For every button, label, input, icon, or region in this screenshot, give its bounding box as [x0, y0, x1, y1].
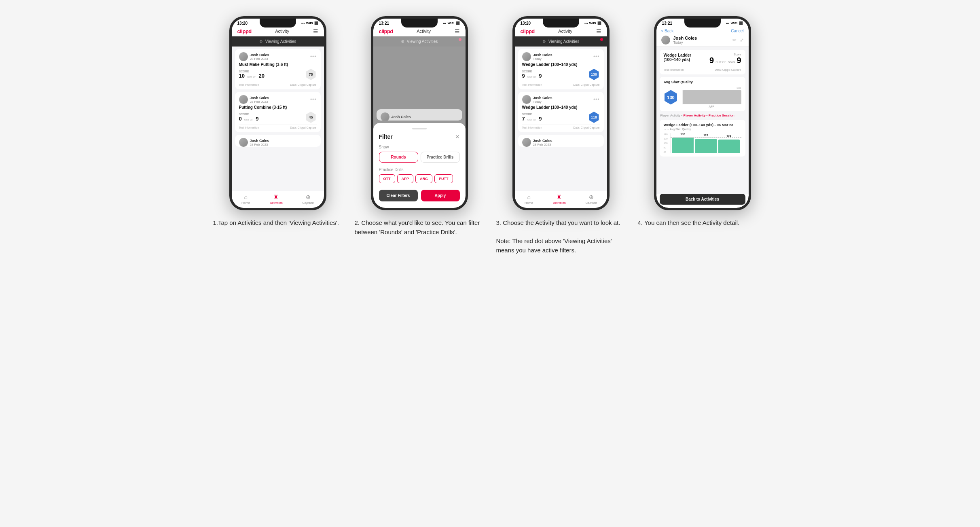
shots-value-1-2: 9 — [256, 116, 258, 122]
activities-list-1: Josh Coles 28 Feb 2023 ••• Must Make Put… — [232, 47, 324, 191]
battery-icon-3: ⬛ — [597, 21, 601, 25]
info-right-3-2: Data: Clippd Capture — [573, 126, 599, 129]
cancel-button-4[interactable]: Cancel — [731, 29, 743, 33]
filter-header-2: Filter ✕ — [379, 133, 460, 140]
score-label-1-1: Score — [239, 70, 265, 73]
filter-handle-2 — [412, 128, 427, 129]
info-left-3-2: Test Information — [522, 126, 542, 129]
caption-1: 1.Tap on Activities and then 'Viewing Ac… — [213, 218, 343, 255]
wifi-icon-2: WiFi — [448, 21, 455, 25]
nav-logo-3: clippd — [521, 28, 535, 34]
chart-label-1-4: 132 — [680, 133, 685, 135]
hamburger-icon-2[interactable]: ☰ — [455, 28, 460, 34]
user-name-3-2: Josh Coles — [533, 96, 552, 100]
shots-value-3-1: 9 — [539, 73, 542, 79]
filter-tab-practice-2[interactable]: Practice Drills — [421, 152, 460, 163]
avatar-3-1 — [522, 52, 531, 61]
outof-1-2: OUT OF — [244, 119, 254, 121]
nav-home-1[interactable]: ⌂ Home — [241, 194, 250, 205]
activity-card-1-2[interactable]: Josh Coles 28 Feb 2023 ••• Putting Combi… — [235, 92, 321, 132]
user-info-1-3: Josh Coles 28 Feb 2023 — [250, 139, 269, 146]
detail-card-title-4: Wedge Ladder(100–140 yds) — [664, 53, 707, 62]
more-options-1-2[interactable]: ••• — [310, 97, 317, 102]
nav-activities-1[interactable]: ♜ Activities — [270, 194, 283, 205]
caption-2: 2. Choose what you'd like to see. You ca… — [355, 218, 484, 255]
detail-action-icons-4: ✏ ⤢ — [732, 37, 744, 43]
edit-icon-4[interactable]: ✏ — [732, 37, 737, 43]
chart-bar-2-4: 129 — [695, 139, 717, 153]
activity-card-3-2[interactable]: Josh Coles Today ••• Wedge Ladder (100–1… — [518, 92, 604, 132]
score-value-1-2: 0 — [239, 116, 242, 122]
activity-card-1-3[interactable]: Josh Coles 28 Feb 2023 — [235, 135, 321, 147]
filter-tab-rounds-2[interactable]: Rounds — [379, 152, 418, 163]
activity-card-3-3[interactable]: Josh Coles 28 Feb 2023 — [518, 135, 604, 147]
hamburger-icon-3[interactable]: ☰ — [596, 28, 601, 34]
more-options-3-2[interactable]: ••• — [593, 97, 600, 102]
nav-home-3[interactable]: ⌂ Home — [525, 194, 533, 205]
avg-bar-4 — [683, 90, 741, 104]
drill-chips-2: OTT APP ARG PUTT — [379, 174, 460, 183]
avatar-1-2 — [239, 95, 248, 104]
nav-logo-1: clippd — [237, 28, 252, 34]
viewing-activities-text-2: Viewing Activities — [407, 39, 438, 44]
drill-chip-ott-2[interactable]: OTT — [379, 174, 395, 183]
chart-bar-1-4: 132 — [672, 138, 694, 153]
viewing-activities-bar-1[interactable]: ⚙ Viewing Activities — [232, 36, 324, 47]
more-options-3-1[interactable]: ••• — [593, 54, 600, 59]
shot-quality-1-1: 75 — [305, 69, 317, 80]
apply-button-2[interactable]: Apply — [421, 190, 460, 201]
filter-buttons-2: Clear Filters Apply — [379, 190, 460, 201]
more-options-1-1[interactable]: ••• — [310, 54, 317, 59]
shot-quality-3-1: 130 — [588, 69, 600, 80]
capture-icon-3: ⊕ — [589, 194, 594, 200]
nav-activities-3[interactable]: ♜ Activities — [553, 194, 566, 205]
drill-chip-app-2[interactable]: APP — [397, 174, 414, 183]
outof-3-1: OUT OF — [527, 76, 537, 78]
chart-bar-3-4: 124 — [718, 140, 740, 153]
back-to-activities-button-4[interactable]: Back to Activities — [660, 194, 745, 205]
avg-chart-max-4: 130 — [682, 87, 741, 89]
activities-label-3: Activities — [553, 201, 566, 205]
nav-title-2: Activity — [417, 29, 431, 34]
stats-row-1-2: Score 0 OUT OF 9 45 — [239, 112, 317, 123]
shot-quality-1-2: 45 — [305, 112, 317, 123]
viewing-activities-text-3: Viewing Activities — [548, 39, 580, 44]
activity-card-3-1[interactable]: Josh Coles Today ••• Wedge Ladder (100–1… — [518, 49, 604, 89]
phone-screen-1: 13:20 ▪▪▪ WiFi ⬛ clippd Activity ☰ ⚙ Vie… — [232, 19, 324, 208]
nav-bar-2: clippd Activity ☰ — [373, 26, 466, 36]
info-row-3-2: Test Information Data: Clippd Capture — [522, 125, 600, 129]
shots-col-label-4: Shots — [728, 61, 735, 63]
detail-user-info-4: Josh Coles Today — [673, 36, 697, 44]
status-icons-3: ▪▪▪ WiFi ⬛ — [584, 21, 601, 25]
captions-row: 1.Tap on Activities and then 'Viewing Ac… — [207, 218, 773, 255]
hamburger-icon-1[interactable]: ☰ — [313, 28, 318, 34]
detail-score-val-4: 9 — [709, 56, 714, 65]
clear-filters-button-2[interactable]: Clear Filters — [379, 190, 418, 201]
status-icons-2: ▪▪▪ WiFi ⬛ — [443, 21, 459, 25]
filter-title-2: Filter — [379, 133, 393, 140]
status-icons-4: ▪▪▪ WiFi ⬛ — [726, 21, 743, 25]
detail-shots-val-4: 9 — [737, 56, 741, 65]
chart-y-labels-4: 140 120 100 80 60 — [664, 133, 668, 153]
viewing-activities-bar-2[interactable]: ⚙ Viewing Activities — [373, 36, 466, 47]
activity-card-1-1[interactable]: Josh Coles 28 Feb 2023 ••• Must Make Put… — [235, 49, 321, 89]
drill-chip-putt-2[interactable]: PUTT — [434, 174, 453, 183]
user-info-3-1: Josh Coles Today — [533, 53, 552, 61]
filter-close-2[interactable]: ✕ — [455, 133, 460, 140]
shot-quality-3-2: 118 — [588, 112, 600, 123]
expand-icon-4[interactable]: ⤢ — [740, 37, 744, 43]
filter-icon-3: ⚙ — [542, 39, 546, 44]
detail-info-row-4: Test Information Data: Clippd Capture — [664, 67, 741, 71]
info-right-3-1: Data: Clippd Capture — [573, 83, 599, 86]
wifi-icon-4: WiFi — [731, 21, 738, 25]
viewing-activities-bar-3[interactable]: ⚙ Viewing Activities — [515, 36, 607, 47]
drill-chip-arg-2[interactable]: ARG — [415, 174, 432, 183]
nav-capture-3[interactable]: ⊕ Capture — [586, 194, 597, 205]
user-row-1-1: Josh Coles 28 Feb 2023 — [239, 52, 269, 61]
nav-capture-1[interactable]: ⊕ Capture — [303, 194, 314, 205]
back-button-4[interactable]: < Back — [661, 29, 674, 33]
info-right-1-1: Data: Clippd Capture — [290, 83, 316, 86]
phone-1: 13:20 ▪▪▪ WiFi ⬛ clippd Activity ☰ ⚙ Vie… — [229, 16, 326, 210]
caption-text-1: 1.Tap on Activities and then 'Viewing Ac… — [213, 219, 339, 226]
phone-notch-3 — [543, 19, 579, 28]
